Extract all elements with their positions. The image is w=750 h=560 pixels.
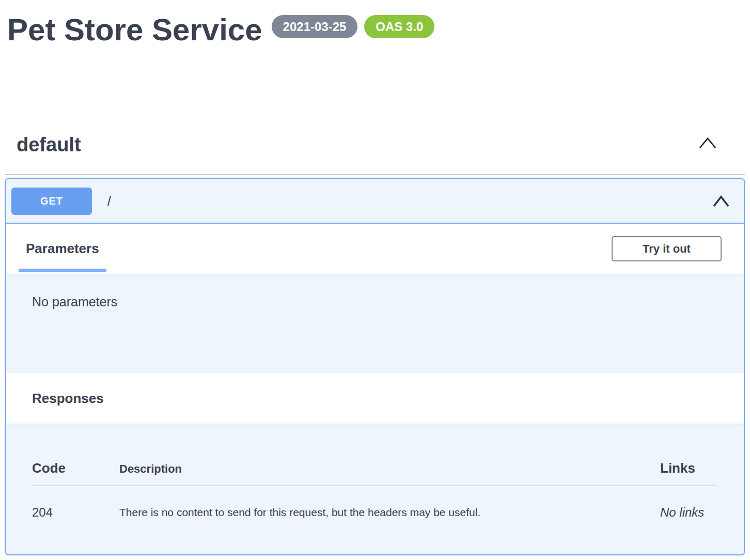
chevron-up-icon [712,202,730,210]
opblock-get-root: GET / Parameters Try it out No parameter… [5,178,745,555]
responses-table-header-row: Code Description Links [32,424,717,486]
parameters-body: No parameters [6,274,744,373]
no-parameters-message: No parameters [32,294,117,309]
responses-table: Code Description Links 204 There is no c… [6,424,744,555]
version-badge: 2021-03-25 [272,15,358,38]
tab-parameters[interactable]: Parameters [19,224,106,274]
response-description: There is no content to send for this req… [119,505,660,520]
section-header-default[interactable]: default [5,133,745,175]
section-title: default [17,133,81,157]
response-links: No links [660,505,717,520]
app-header: Pet Store Service 2021-03-25 OAS 3.0 [0,0,750,57]
try-it-out-button[interactable]: Try it out [612,236,722,261]
tab-parameters-label: Parameters [26,241,99,257]
column-header-code: Code [32,460,119,476]
column-header-description: Description [119,462,660,476]
title-badges: 2021-03-25 OAS 3.0 [272,15,435,38]
page-title: Pet Store Service [7,10,262,49]
table-row: 204 There is no content to send for this… [32,486,717,520]
responses-header: Responses [6,373,744,424]
opblock-summary[interactable]: GET / [6,179,744,224]
section-collapse-button[interactable] [698,137,717,149]
opblock-path: / [107,194,111,209]
oas-version-badge: OAS 3.0 [364,15,434,38]
column-header-links: Links [660,460,717,476]
chevron-up-icon [698,143,717,151]
response-code: 204 [32,505,119,520]
http-method-button[interactable]: GET [11,188,92,215]
parameters-tab-header: Parameters Try it out [6,224,744,274]
opblock-collapse-button[interactable] [712,194,730,208]
responses-title: Responses [32,391,104,407]
